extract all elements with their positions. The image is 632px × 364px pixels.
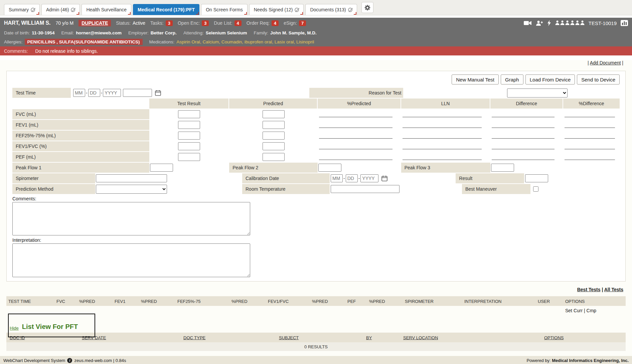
calibration-day-input[interactable] xyxy=(346,174,358,182)
settings-gear-button[interactable] xyxy=(361,2,373,13)
col-by[interactable]: BY xyxy=(366,335,372,340)
pct-predicted-line xyxy=(319,122,392,128)
video-camera-icon[interactable] xyxy=(524,20,532,26)
add-person-icon[interactable] xyxy=(536,20,543,26)
dob-label: Date of birth: xyxy=(4,30,30,35)
prediction-method-select[interactable] xyxy=(96,185,167,194)
fvc-test-result-input[interactable] xyxy=(178,110,200,118)
col-doc-type[interactable]: DOC TYPE xyxy=(183,335,205,340)
col-spirometer: SPIROMETER xyxy=(405,299,434,304)
form-comments-textarea[interactable] xyxy=(12,202,250,235)
tasks-badge[interactable]: 3 xyxy=(166,20,173,26)
peak-flow-1-input[interactable] xyxy=(150,164,173,172)
test-time-day-input[interactable] xyxy=(88,89,100,97)
pft-row-fev1fvc: FEV1/FVC (%) xyxy=(12,141,620,151)
peak-flow-3-label: Peak Flow 3 xyxy=(401,163,491,173)
result-label: Result xyxy=(456,173,524,183)
tab-health-surveillance-label: Health Surveillance xyxy=(86,7,127,12)
col-doc-id[interactable]: DOC ID xyxy=(10,335,25,340)
new-manual-test-button[interactable]: New Manual Test xyxy=(452,74,499,84)
load-from-device-button[interactable]: Load From Device xyxy=(525,74,575,84)
col-pct-pred: %PRED xyxy=(312,299,328,304)
fvc-predicted-input[interactable] xyxy=(263,110,285,118)
patient-banner: HART, WILLIAM S. 70 y/o M DUPLICATE Stat… xyxy=(0,18,632,46)
esign-badge[interactable]: 7 xyxy=(299,20,306,26)
best-maneuver-checkbox[interactable] xyxy=(533,186,538,192)
tab-on-screen-forms[interactable]: On Screen Forms xyxy=(201,4,247,15)
allergies-label: Allergies: xyxy=(4,39,23,44)
due-list-badge[interactable]: 4 xyxy=(234,20,242,26)
email-value[interactable]: horner@mieweb.com xyxy=(76,30,122,35)
allergies-value[interactable]: PENICILLINS , SULFA(SULFONAMIDE ANTIBIOT… xyxy=(25,39,143,45)
calibration-year-input[interactable] xyxy=(360,174,378,182)
tab-needs-signed[interactable]: Needs Signed (12) xyxy=(249,4,304,15)
medication-link[interactable]: Calcium xyxy=(202,39,219,44)
patient-age-sex: 70 y/o M xyxy=(56,20,74,26)
attending-label: Attending: xyxy=(183,30,204,35)
pef-test-result-input[interactable] xyxy=(178,153,200,161)
medication-link[interactable]: Coumadin xyxy=(221,39,242,44)
test-time-time-input[interactable] xyxy=(123,89,152,97)
list-view-header: Hide List View For PFT xyxy=(6,316,626,333)
calendar-icon[interactable] xyxy=(381,175,388,182)
cmp-link[interactable]: Cmp xyxy=(587,308,597,313)
peak-flow-2-input[interactable] xyxy=(318,164,341,172)
medication-link[interactable]: Lasix oral xyxy=(275,39,294,44)
col-serv-date[interactable]: SERV DATE xyxy=(82,335,106,340)
row-label: FEV1/FVC (%) xyxy=(12,141,149,151)
empty-results-row: 0 RESULTS xyxy=(6,342,626,351)
info-icon[interactable]: i xyxy=(67,358,72,363)
medication-link[interactable]: Lisinopril xyxy=(296,39,314,44)
open-enc-badge[interactable]: 3 xyxy=(202,20,209,26)
add-document-link[interactable]: Add Document xyxy=(590,60,621,65)
room-temperature-input[interactable] xyxy=(331,185,400,193)
separator: , xyxy=(219,39,221,44)
patient-comments-bar: Comments: Do not release info to sibling… xyxy=(0,46,632,55)
fev1fvc-predicted-input[interactable] xyxy=(263,142,285,150)
pft-row-fvc: FVC (mL) xyxy=(12,109,620,119)
order-req-badge[interactable]: 4 xyxy=(272,20,279,26)
test-time-month-input[interactable] xyxy=(73,89,85,97)
peak-flow-3-input[interactable] xyxy=(491,164,514,172)
medication-link[interactable]: ibuprofen oral xyxy=(245,39,272,44)
person-icon xyxy=(565,20,570,26)
tab-admin[interactable]: Admin (46) xyxy=(41,4,80,15)
col-options[interactable]: OPTIONS xyxy=(544,335,564,340)
hide-link[interactable]: Hide xyxy=(10,326,19,331)
difference-line xyxy=(492,154,555,160)
graph-button[interactable]: Graph xyxy=(501,74,523,84)
col-fvc: FVC xyxy=(56,299,65,304)
tab-health-surveillance[interactable]: Health Surveillance xyxy=(82,4,131,15)
fev1-test-result-input[interactable] xyxy=(178,121,200,129)
best-tests-link[interactable]: Best Tests xyxy=(577,287,601,292)
test-time-year-input[interactable] xyxy=(103,89,121,97)
set-curr-link[interactable]: Set Curr xyxy=(565,308,583,313)
tab-summary[interactable]: Summary xyxy=(4,4,40,15)
col-subject[interactable]: SUBJECT xyxy=(279,335,299,340)
all-tests-link[interactable]: All Tests xyxy=(604,287,623,292)
reason-for-test-select[interactable] xyxy=(507,88,568,98)
fef2575-test-result-input[interactable] xyxy=(178,132,200,140)
tab-medical-record-pft[interactable]: Medical Record (179):PFT xyxy=(133,4,199,15)
medication-link[interactable]: Aspirin Oral xyxy=(176,39,200,44)
col-header-pct-difference: %Difference xyxy=(563,99,620,109)
calendar-icon[interactable] xyxy=(155,89,161,96)
tab-documents[interactable]: Documents (313) xyxy=(305,4,357,15)
result-input[interactable] xyxy=(525,174,548,182)
difference-line xyxy=(492,111,555,117)
tab-needs-signed-label: Needs Signed (12) xyxy=(254,7,293,12)
col-serv-location[interactable]: SERV LOCATION xyxy=(403,335,438,340)
lightning-icon[interactable] xyxy=(547,20,551,26)
fev1fvc-test-result-input[interactable] xyxy=(178,142,200,150)
fev1-predicted-input[interactable] xyxy=(263,121,285,129)
send-to-device-button[interactable]: Send to Device xyxy=(577,74,620,84)
chart-stats-icon[interactable] xyxy=(621,20,628,26)
col-user: USER xyxy=(538,299,550,304)
fef2575-predicted-input[interactable] xyxy=(263,132,285,140)
calibration-month-input[interactable] xyxy=(331,174,343,182)
col-fef2575: FEF25%-75 xyxy=(177,299,200,304)
interpretation-textarea[interactable] xyxy=(12,243,250,277)
pef-predicted-input[interactable] xyxy=(263,153,285,161)
spirometer-input[interactable] xyxy=(96,174,167,182)
duplicate-flag[interactable]: DUPLICATE xyxy=(78,20,111,26)
